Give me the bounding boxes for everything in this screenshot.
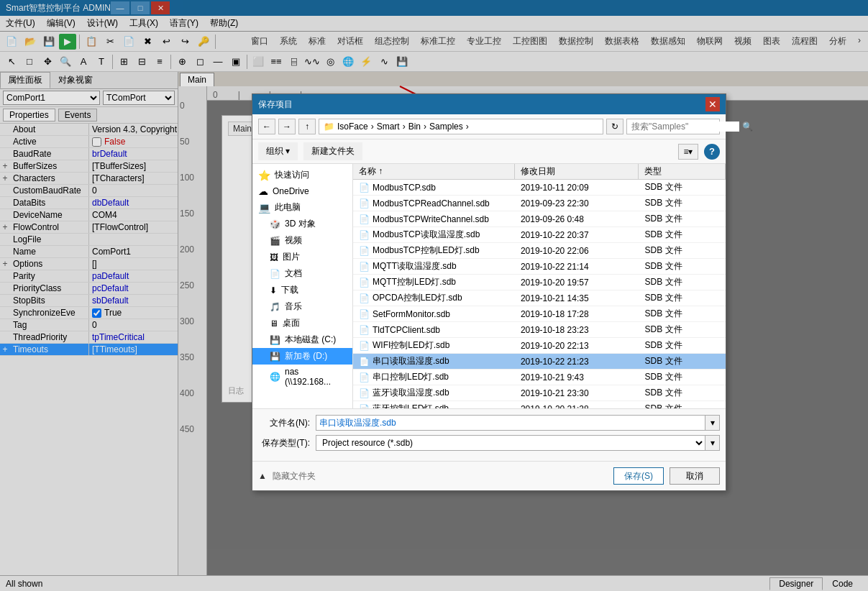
tree-onedrive[interactable]: ☁ OneDrive [252, 183, 352, 199]
search-box: 🔍 [626, 119, 720, 134]
tree-nas[interactable]: 🌐 nas (\\192.168... [252, 365, 352, 389]
file-icon: 📄 [359, 325, 370, 335]
tree-music[interactable]: 🎵 音乐 [252, 298, 352, 315]
filetype-row: 保存类型(T): Project resource (*.sdb) ▾ [258, 435, 720, 451]
file-row[interactable]: 📄OPCDA控制LED灯.sdb 2019-10-21 14:35 SDB 文件 [353, 290, 726, 306]
file-row[interactable]: 📄ModbusTCPWriteChannel.sdb 2019-09-26 0:… [353, 211, 726, 227]
expand-button[interactable]: ▲ [258, 471, 267, 481]
file-type: SDB 文件 [639, 275, 726, 290]
file-row[interactable]: 📄蓝牙控制LED灯.sdb 2019-10-20 21:38 SDB 文件 [353, 401, 726, 408]
downloads-icon: ⬇ [270, 285, 277, 296]
cancel-dialog-button[interactable]: 取消 [670, 467, 720, 485]
filetype-dropdown[interactable]: ▾ [705, 435, 720, 451]
tree-3d[interactable]: 🎲 3D 对象 [252, 216, 352, 232]
dialog-title: 保存项目 [258, 98, 705, 111]
file-row[interactable]: 📄SetFormMonitor.sdb 2019-10-18 17:28 SDB… [353, 306, 726, 322]
file-row[interactable]: 📄MQTT读取温湿度.sdb 2019-10-22 21:14 SDB 文件 [353, 259, 726, 275]
drive-d-icon: 💾 [270, 352, 280, 362]
pictures-icon: 🖼 [270, 252, 278, 262]
file-row[interactable]: 📄蓝牙读取温湿度.sdb 2019-10-21 23:30 SDB 文件 [353, 385, 726, 401]
nav-refresh-button[interactable]: ↻ [606, 119, 623, 134]
nav-back-button[interactable]: ← [258, 119, 275, 134]
file-row[interactable]: 📄TldTCPClient.sdb 2019-10-18 23:23 SDB 文… [353, 322, 726, 338]
dialog-overlay: 保存项目 ✕ ← → ↑ 📁 IsoFace › Smart › Bin › S… [0, 0, 868, 591]
file-type: SDB 文件 [639, 322, 726, 337]
file-icon: 📄 [359, 246, 370, 256]
filename-dropdown[interactable]: ▾ [705, 415, 720, 431]
file-type: SDB 文件 [639, 306, 726, 321]
tree-documents[interactable]: 📄 文档 [252, 265, 352, 282]
file-name: 📄MQTT读取温湿度.sdb [353, 259, 515, 274]
tree-quick-access[interactable]: ⭐ 快速访问 [252, 167, 352, 183]
tree-drive-c[interactable]: 💾 本地磁盘 (C:) [252, 331, 352, 348]
tree-video[interactable]: 🎬 视频 [252, 232, 352, 249]
breadcrumb-smart: Smart [377, 122, 400, 132]
file-name: 📄WIFI控制LED灯.sdb [353, 338, 515, 353]
file-name: 📄OPCDA控制LED灯.sdb [353, 290, 515, 306]
filetype-label: 保存类型(T): [258, 437, 316, 449]
file-row[interactable]: 📄ModbusTCP控制LED灯.sdb 2019-10-20 22:06 SD… [353, 243, 726, 259]
file-date: 2019-10-22 21:14 [515, 260, 639, 273]
file-date: 2019-10-18 23:23 [515, 324, 639, 336]
search-input[interactable] [631, 122, 739, 132]
nav-forward-button[interactable]: → [278, 119, 296, 134]
tree-desktop[interactable]: 🖥 桌面 [252, 315, 352, 331]
file-date-selected: 2019-10-22 21:23 [515, 355, 639, 368]
file-row[interactable]: 📄ModbusTCP.sdb 2019-10-11 20:09 SDB 文件 [353, 180, 726, 196]
file-date: 2019-10-21 23:30 [515, 387, 639, 400]
col-name[interactable]: 名称 ↑ [353, 164, 515, 179]
file-row[interactable]: 📄ModbusTCP读取温湿度.sdb 2019-10-22 20:37 SDB… [353, 227, 726, 243]
file-icon: 📄 [359, 198, 370, 209]
3d-icon: 🎲 [270, 219, 280, 229]
file-icon: 📄 [359, 388, 370, 398]
file-name: 📄蓝牙控制LED灯.sdb [353, 401, 515, 408]
file-type: SDB 文件 [639, 211, 726, 226]
file-date: 2019-10-20 22:13 [515, 339, 639, 352]
file-icon: 📄 [359, 293, 370, 303]
file-row-selected[interactable]: 📄串口读取温湿度.sdb 2019-10-22 21:23 SDB 文件 [353, 354, 726, 370]
dialog-titlebar: 保存项目 ✕ [252, 94, 726, 114]
dialog-toolbar: 组织 ▾ 新建文件夹 ≡▾ ? [252, 139, 726, 164]
file-icon: 📄 [359, 183, 370, 193]
breadcrumb-bin: Bin [408, 122, 421, 132]
dialog-footer: ▲ 隐藏文件夹 保存(S) 取消 [252, 461, 726, 490]
file-row[interactable]: 📄ModbusTCPReadChannel.sdb 2019-09-23 22:… [353, 196, 726, 211]
quick-access-icon: ⭐ [258, 170, 270, 181]
file-date: 2019-09-26 0:48 [515, 213, 639, 226]
file-name: 📄ModbusTCPWriteChannel.sdb [353, 213, 515, 226]
filename-row: 文件名(N): ▾ [258, 415, 720, 431]
col-date[interactable]: 修改日期 [515, 164, 639, 179]
nav-up-button[interactable]: ↑ [298, 119, 316, 134]
this-pc-icon: 💻 [258, 202, 270, 214]
col-type[interactable]: 类型 [639, 164, 726, 179]
tree-downloads[interactable]: ⬇ 下载 [252, 282, 352, 298]
file-type-selected: SDB 文件 [639, 354, 726, 369]
dialog-close-button[interactable]: ✕ [705, 97, 720, 111]
file-type: SDB 文件 [639, 401, 726, 408]
file-name: 📄SetFormMonitor.sdb [353, 308, 515, 321]
file-type: SDB 文件 [639, 243, 726, 258]
help-button[interactable]: ? [704, 144, 720, 160]
tree-drive-d[interactable]: 💾 新加卷 (D:) [252, 348, 352, 365]
filetype-select[interactable]: Project resource (*.sdb) [316, 435, 705, 451]
filename-label: 文件名(N): [258, 417, 316, 429]
tree-pictures[interactable]: 🖼 图片 [252, 249, 352, 265]
file-row[interactable]: 📄MQTT控制LED灯.sdb 2019-10-20 19:57 SDB 文件 [353, 275, 726, 290]
nas-icon: 🌐 [270, 372, 280, 382]
save-dialog: 保存项目 ✕ ← → ↑ 📁 IsoFace › Smart › Bin › S… [252, 93, 726, 491]
filename-input[interactable] [316, 415, 705, 431]
documents-icon: 📄 [270, 269, 280, 279]
file-date: 2019-09-23 22:30 [515, 197, 639, 210]
view-toggle-button[interactable]: ≡▾ [678, 144, 698, 160]
tree-this-pc[interactable]: 💻 此电脑 [252, 199, 352, 216]
file-icon: 📄 [359, 278, 370, 288]
desktop-icon: 🖥 [270, 319, 278, 329]
save-dialog-button[interactable]: 保存(S) [613, 467, 664, 485]
file-tree: ⭐ 快速访问 ☁ OneDrive 💻 此电脑 🎲 3D 对象 🎬 视频 🖼 图… [252, 164, 353, 408]
file-row[interactable]: 📄WIFI控制LED灯.sdb 2019-10-20 22:13 SDB 文件 [353, 338, 726, 354]
file-name: 📄ModbusTCP控制LED灯.sdb [353, 243, 515, 258]
onedrive-icon: ☁ [258, 185, 268, 197]
organize-button[interactable]: 组织 ▾ [258, 142, 298, 160]
file-row[interactable]: 📄串口控制LED灯.sdb 2019-10-21 9:43 SDB 文件 [353, 370, 726, 385]
new-folder-button[interactable]: 新建文件夹 [303, 142, 362, 160]
